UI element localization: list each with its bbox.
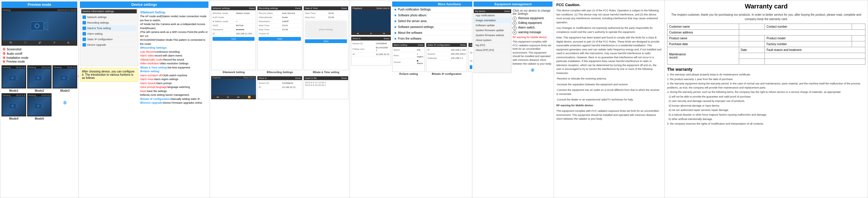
alarm-screen-label: ⑦Alarm setting xyxy=(392,72,425,75)
recording-row-audio: Video&Audio: Audio xyxy=(259,15,301,20)
warranty-customer-name-value[interactable] xyxy=(739,24,765,30)
datetime-row-stop: Stop time: 23:30 xyxy=(305,15,347,20)
device-menu-network[interactable]: Network settings xyxy=(81,14,137,20)
warranty-fault-1[interactable] xyxy=(765,53,865,59)
ann-upgrade-desc: :Device Firmware upgrades online. xyxy=(162,101,203,104)
audio-icon[interactable]: 🔊 xyxy=(38,41,41,44)
fast-fwd-btn[interactable]: ⏩ xyxy=(248,96,251,98)
warranty-contact-number-value[interactable] xyxy=(852,24,865,30)
more-device-row2: Follow com: B11441005-1 xyxy=(352,46,390,53)
preview-circle-5: ⑤ xyxy=(53,100,77,105)
equip-menu-fw-update[interactable]: System firmware update xyxy=(474,28,511,33)
alarm-sound-value: ▶ Alarm xyxy=(417,59,423,65)
warranty-purchase-date-label: Purchase date xyxy=(668,41,739,47)
recording-row-theme: Theme ID: xyxy=(259,32,301,36)
warranty-date-2[interactable] xyxy=(739,59,765,65)
device-menu-datetime[interactable]: Hand & Time setting xyxy=(81,26,137,31)
dot-password xyxy=(395,26,396,28)
fcc-para-3: -Reorient or relocate the receiving ante… xyxy=(556,77,662,81)
warranty-date-1[interactable] xyxy=(739,53,765,59)
equip-menu-about[interactable]: About system xyxy=(474,38,511,43)
device-menu-upgrade[interactable]: Device Upgrade xyxy=(81,42,137,48)
network-value-mode: Station mode xyxy=(236,12,250,14)
datetime-picker[interactable]: [Time Picker] xyxy=(305,21,347,38)
equip-notif-label: App notifications xyxy=(475,14,495,17)
warranty-item-10: 5: the company reserves the rights of mo… xyxy=(667,122,865,126)
more-playback-header: Playback Done Live in xyxy=(351,6,391,10)
dot-server-area xyxy=(395,21,396,22)
mode1-container: Viewing 2015-6-8 Mode1 xyxy=(1,65,26,92)
equip-menu-notif[interactable]: App notifications xyxy=(474,13,511,18)
warranty-product-model-label: Product model xyxy=(765,35,852,41)
network-start-btn[interactable]: Start xyxy=(213,37,254,41)
recording-start-btn[interactable]: Start xyxy=(259,37,301,41)
warranty-item-1: 2. the product warranty 1 year from the … xyxy=(667,77,865,81)
fcc-para-7: RF warning for Mobile device: xyxy=(556,104,662,108)
warranty-fault-2[interactable] xyxy=(765,59,865,65)
screenshot-icon[interactable]: 📷 xyxy=(9,41,12,44)
warranty-product-model-value[interactable] xyxy=(852,35,865,41)
warranty-row-maintenance: Maintenancerecord Date Fault reason and … xyxy=(668,47,865,53)
playback-header: Playback Done Live in xyxy=(211,76,256,79)
equip-phone-header: My device Done xyxy=(474,9,511,13)
mode2-label: Mode2 xyxy=(27,89,52,92)
refresh-icon[interactable]: ↺ xyxy=(53,41,55,44)
network-label-ssid: SSID: xyxy=(213,24,236,27)
equip-sw-update-label: Software update xyxy=(475,24,495,27)
more-playback-video xyxy=(351,10,391,31)
ann-video-audio-desc: :Record the sound xyxy=(162,58,184,61)
warranty-factory-number-label: Factory number xyxy=(765,41,852,47)
equip-menu-about-pp[interactable]: About (PP) (P2) xyxy=(474,48,511,53)
device-menu-alarm[interactable]: Alarm setting xyxy=(81,31,137,37)
mode2-view xyxy=(28,69,51,88)
fullscreen-icon[interactable]: ⛶ xyxy=(24,41,27,44)
warranty-item-0: 1: this warranty card please properly ke… xyxy=(667,73,865,77)
warranty-purchase-date-value[interactable] xyxy=(739,41,765,47)
device-menu-static-ip[interactable]: Static IP configuration xyxy=(81,37,137,42)
infile-content: 2015-6-9 11:14:30:12015-6-8 23:45:03:1 xyxy=(305,81,347,87)
preview-camera-view xyxy=(2,11,76,40)
device-menu-recording[interactable]: Recording settings xyxy=(81,20,137,26)
recording-value-stop: 23:30 xyxy=(282,28,288,31)
static-ip-screen-label: ⑧Static IP configuration xyxy=(426,72,467,75)
network-row-station: ● Station mode ✓ xyxy=(213,20,254,24)
ann-voice-prompt: Voice prompt language xyxy=(140,86,167,89)
more-left: Playback Done Live in ⏮ ⏯ ⏭ Drive in Don… xyxy=(351,1,391,197)
func-label-4: About the software. xyxy=(398,31,423,34)
playback-area: Playback Done Live in ⏮ ⏯ ⏭ ⏩ Drive in xyxy=(211,76,348,99)
more-stop-btn[interactable]: ⏭ xyxy=(383,32,385,34)
ann-alarm-video-desc: :record with alarm event; xyxy=(154,54,183,57)
equip-menu-fw-select[interactable]: System firmware selects xyxy=(474,33,511,38)
stop-btn[interactable]: ⏭ xyxy=(237,96,240,98)
more-device-ip2-value: 10.166.32.21 xyxy=(376,53,390,56)
equip-editing-label: Editing equipment. xyxy=(519,21,542,25)
equip-rf-warning: RF warning for Mobile device: xyxy=(513,36,553,39)
warranty-address-value[interactable] xyxy=(739,30,865,35)
equip-item-0: 1 Remove equipment. xyxy=(513,16,553,21)
ann-alarm-title: ④Alarm setting: xyxy=(140,70,160,73)
ann-upgrade-title: ⑥Device Upgrade xyxy=(140,101,162,104)
more-play-btn[interactable]: ⏮ xyxy=(357,32,359,34)
mode3-container: Viewing 2015-6-8 Mode3 xyxy=(53,65,77,92)
device-menu-static-ip-label: Static IP configuration xyxy=(87,38,113,41)
static-ip-label2: Subnet: xyxy=(428,53,451,55)
equip-circle-num: ⑧ xyxy=(513,68,553,72)
equip-menu-sw-update[interactable]: Software update xyxy=(474,23,511,28)
pause-btn[interactable]: ⏯ xyxy=(227,96,229,98)
device-annotations: ①Network Setting: The AP mode and(Statio… xyxy=(140,10,209,105)
annotation-screenshot: ① Screenshot xyxy=(3,47,76,51)
preview-large-screen: Viewing 2015-6-8 17:22:03 📷 ⛶ 🔊 ↺ ⊞ xyxy=(1,8,77,46)
func-label-1: Software photo album. xyxy=(398,14,427,17)
equip-menu-orient[interactable]: Image orientation xyxy=(474,18,511,23)
drive-header-done: Done xyxy=(296,77,301,79)
more-playback-label: Playback xyxy=(352,7,362,10)
datetime-start-btn[interactable]: Start xyxy=(305,39,347,43)
equip-menu-log[interactable]: log (FD) xyxy=(474,43,511,48)
warranty-product-name-value[interactable] xyxy=(739,35,765,41)
ann-voice-prompt-desc: :language switching xyxy=(167,86,190,89)
warranty-factory-number-value[interactable] xyxy=(852,41,865,47)
play-btn[interactable]: ⏮ xyxy=(217,96,219,98)
mode-icon[interactable]: ⊞ xyxy=(67,41,69,44)
more-pause-btn[interactable]: ⏯ xyxy=(370,32,372,34)
warranty-row-customer: Customer name Contact number xyxy=(668,24,865,30)
